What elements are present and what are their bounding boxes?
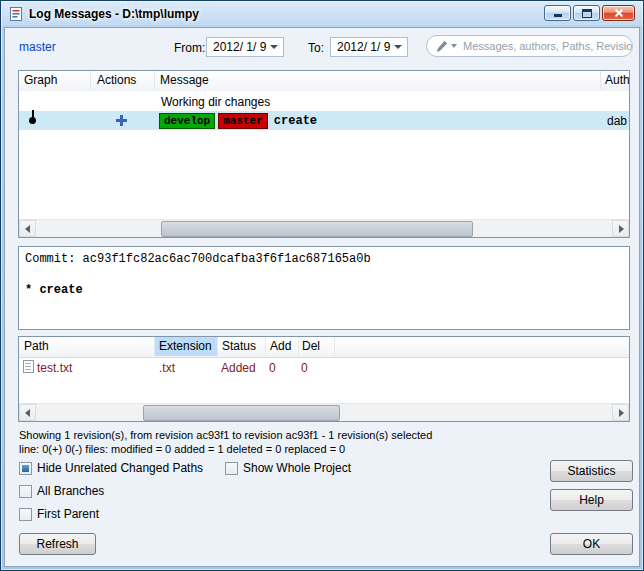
to-date-picker[interactable]: 2012/ 1/ 9 — [330, 37, 408, 57]
column-header-path[interactable]: Path — [19, 337, 155, 356]
column-header-author[interactable]: Author — [601, 71, 630, 90]
log-horizontal-scrollbar[interactable] — [19, 219, 629, 237]
column-header-add[interactable]: Add — [266, 337, 299, 356]
filter-dropdown-arrow-icon[interactable] — [451, 44, 457, 48]
files-scrollbar-thumb[interactable] — [143, 405, 340, 421]
current-branch-link[interactable]: master — [19, 40, 56, 54]
log-scrollbar-thumb[interactable] — [161, 221, 473, 237]
checkbox-all-branches[interactable]: All Branches — [19, 484, 104, 498]
status-line-files: line: 0(+) 0(-) files: modified = 0 adde… — [19, 443, 345, 455]
to-date-value: 2012/ 1/ 9 — [331, 40, 394, 54]
column-header-actions[interactable]: Actions — [91, 71, 155, 90]
working-dir-row[interactable]: Working dir changes — [19, 91, 629, 111]
minimize-icon — [554, 14, 562, 17]
file-path: test.txt — [37, 361, 72, 375]
column-header-del[interactable]: Del — [299, 337, 335, 356]
statistics-button[interactable]: Statistics — [550, 460, 633, 482]
commit-message: create — [274, 114, 317, 128]
changed-files-list: Path Extension Status Add Del test.txt .… — [18, 336, 630, 422]
column-header-status[interactable]: Status — [218, 337, 266, 356]
commit-row-selected[interactable]: develop master create dab — [19, 111, 629, 130]
caption-buttons — [542, 5, 635, 21]
checkbox-unchecked-icon[interactable] — [19, 485, 32, 498]
working-dir-message: Working dir changes — [161, 95, 270, 109]
commit-author: dab — [607, 114, 627, 128]
refresh-button[interactable]: Refresh — [19, 533, 96, 555]
file-added-lines: 0 — [269, 361, 276, 375]
help-button[interactable]: Help — [550, 489, 633, 511]
ref-label-master[interactable]: master — [218, 113, 268, 129]
checkbox-hide-unrelated-changed-paths[interactable]: Hide Unrelated Changed Paths — [19, 461, 203, 475]
commit-subject-line: * create — [25, 283, 623, 297]
changed-files-header: Path Extension Status Add Del — [19, 337, 629, 358]
column-header-extension-sorted[interactable]: Extension — [155, 337, 218, 356]
close-button[interactable] — [602, 5, 635, 21]
maximize-icon — [582, 9, 592, 18]
checkbox-unchecked-icon[interactable] — [19, 508, 32, 521]
file-deleted-lines: 0 — [301, 361, 308, 375]
left-arrow-icon — [25, 225, 30, 233]
dropdown-arrow-icon[interactable] — [394, 45, 402, 49]
window-title: Log Messages - D:\tmp\lumpy — [29, 7, 199, 21]
text-file-icon — [23, 360, 34, 373]
refs-line: develop master create — [159, 112, 317, 129]
revision-list-header: Graph Actions Message Author — [19, 71, 629, 92]
dialog-body: master From: 2012/ 1/ 9 To: 2012/ 1/ 9 M… — [4, 27, 640, 567]
column-header-graph[interactable]: Graph — [19, 71, 91, 90]
app-icon — [8, 6, 24, 22]
to-label: To: — [308, 41, 324, 55]
from-label: From: — [174, 41, 205, 55]
checkbox-label[interactable]: All Branches — [37, 484, 104, 498]
scroll-right-button[interactable] — [612, 220, 629, 237]
scroll-right-button[interactable] — [612, 404, 629, 421]
maximize-button[interactable] — [573, 5, 600, 21]
right-arrow-icon — [619, 409, 624, 417]
checkbox-indeterminate-icon[interactable] — [19, 462, 32, 475]
checkbox-label[interactable]: Show Whole Project — [243, 461, 351, 475]
checkbox-label[interactable]: Hide Unrelated Changed Paths — [37, 461, 203, 475]
log-messages-window: Log Messages - D:\tmp\lumpy master From:… — [0, 0, 644, 571]
scroll-left-button[interactable] — [19, 404, 36, 421]
filter-placeholder: Messages, authors, Paths, Revisions — [463, 40, 633, 52]
title-bar[interactable]: Log Messages - D:\tmp\lumpy — [1, 1, 643, 27]
ok-button[interactable]: OK — [550, 533, 633, 555]
scroll-left-button[interactable] — [19, 220, 36, 237]
checkbox-show-whole-project[interactable]: Show Whole Project — [225, 461, 351, 475]
left-arrow-icon — [25, 409, 30, 417]
minimize-button[interactable] — [544, 5, 571, 21]
right-arrow-icon — [619, 225, 624, 233]
file-row[interactable]: test.txt .txt Added 0 0 — [19, 357, 629, 377]
from-date-picker[interactable]: 2012/ 1/ 9 — [206, 37, 284, 57]
filter-pencil-icon[interactable] — [436, 40, 448, 52]
checkbox-unchecked-icon[interactable] — [225, 462, 238, 475]
graph-commit-node-icon — [29, 111, 36, 128]
filter-search-box[interactable]: Messages, authors, Paths, Revisions — [426, 35, 633, 57]
commit-hash-line: Commit: ac93f1fc82ac6ac700dcafba3f6f1ac6… — [25, 252, 623, 266]
files-horizontal-scrollbar[interactable] — [19, 403, 629, 421]
checkbox-label[interactable]: First Parent — [37, 507, 99, 521]
file-extension: .txt — [159, 361, 175, 375]
ref-label-develop[interactable]: develop — [159, 113, 215, 129]
from-date-value: 2012/ 1/ 9 — [207, 40, 270, 54]
file-status: Added — [221, 361, 256, 375]
action-added-icon — [115, 114, 128, 127]
column-header-message[interactable]: Message — [155, 71, 601, 90]
dropdown-arrow-icon[interactable] — [270, 45, 278, 49]
checkbox-first-parent[interactable]: First Parent — [19, 507, 99, 521]
status-line-revisions: Showing 1 revision(s), from revision ac9… — [19, 429, 432, 441]
commit-message-pane[interactable]: Commit: ac93f1fc82ac6ac700dcafba3f6f1ac6… — [18, 246, 630, 330]
revision-list: Graph Actions Message Author Working dir… — [18, 70, 630, 238]
